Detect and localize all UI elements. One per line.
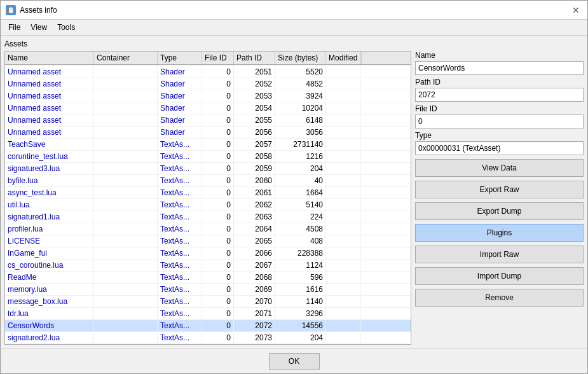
cell-fileid: 0 [202, 65, 234, 66]
export-dump-button[interactable]: Export Dump [415, 202, 584, 220]
cell-container [94, 211, 158, 223]
cell-size: 3924 [275, 90, 326, 102]
cell-size: 596 [275, 272, 326, 283]
import-raw-button[interactable]: Import Raw [415, 246, 584, 263]
table-row[interactable]: Unnamed asset Shader 0 2053 3924 [5, 90, 411, 102]
cell-name: InGame_fui [5, 247, 94, 259]
cell-modified [326, 187, 361, 198]
cell-type: TextAs... [158, 308, 202, 319]
table-row[interactable]: coruntine_test.lua TextAs... 0 2058 1216 [5, 151, 411, 163]
cell-fileid: 0 [202, 320, 234, 331]
cell-container [94, 247, 158, 259]
cell-pathid: 2072 [234, 320, 275, 331]
cell-name: signatured2.lua [5, 332, 94, 343]
cell-type: Shader [158, 65, 202, 66]
cell-name: TeachSave [5, 139, 94, 150]
ok-button[interactable]: OK [269, 353, 320, 370]
cell-size: 10204 [275, 102, 326, 114]
menu-view[interactable]: View [25, 21, 52, 34]
view-data-button[interactable]: View Data [415, 159, 584, 177]
cell-type: TextAs... [158, 187, 202, 198]
menu-file[interactable]: File [3, 21, 25, 34]
table-row[interactable]: Unnamed asset Shader 0 2051 5520 [5, 66, 411, 78]
cell-container [94, 90, 158, 102]
cell-type: TextAs... [158, 211, 202, 223]
title-bar: 📋 Assets info ✕ [1, 1, 587, 20]
cell-size: 1124 [275, 260, 326, 271]
cell-type: TextAs... [158, 284, 202, 295]
table-row[interactable]: TeachSave TextAs... 0 2057 2731140 [5, 139, 411, 151]
cell-name: util.lua [5, 199, 94, 211]
cell-fileid: 0 [202, 296, 234, 307]
cell-type: TextAs... [158, 272, 202, 283]
cell-name: async_test.lua [5, 187, 94, 198]
table-row[interactable]: cs_coroutine.lua TextAs... 0 2067 1124 [5, 260, 411, 272]
cell-fileid: 0 [202, 90, 234, 102]
cell-modified [326, 151, 361, 162]
table-row[interactable]: tdr.lua TextAs... 0 2071 3296 [5, 308, 411, 320]
table-row[interactable]: memory.lua TextAs... 0 2069 1616 [5, 284, 411, 296]
table-row[interactable]: Unnamed asset Shader 0 2054 10204 [5, 102, 411, 114]
table-row[interactable]: Unnamed asset Shader 0 2052 4852 [5, 78, 411, 90]
plugins-button[interactable]: Plugins [415, 224, 584, 242]
cell-modified [326, 308, 361, 319]
table-row[interactable]: Unnamed asset Shader 0 2056 3056 [5, 127, 411, 139]
cell-type: TextAs... [158, 320, 202, 331]
type-field-input[interactable] [415, 141, 584, 155]
table-row[interactable]: signatured2.lua TextAs... 0 2073 204 [5, 332, 411, 344]
cell-size: 4508 [275, 223, 326, 235]
cell-name: signatured1.lua [5, 211, 94, 223]
cell-name: signatured3.lua [5, 163, 94, 174]
table-row[interactable]: util.lua TextAs... 0 2062 5140 [5, 199, 411, 211]
cell-fileid: 0 [202, 114, 234, 126]
table-row[interactable]: LICENSE TextAs... 0 2065 408 [5, 235, 411, 247]
cell-modified [326, 102, 361, 114]
scrollbar-top [361, 52, 370, 64]
cell-size: 18292 [275, 65, 326, 66]
table-row[interactable]: byfile.lua TextAs... 0 2060 40 [5, 175, 411, 187]
cell-size: 204 [275, 332, 326, 343]
name-field-input[interactable] [415, 61, 584, 75]
import-dump-button[interactable]: Import Dump [415, 267, 584, 285]
cell-size: 6148 [275, 114, 326, 126]
cell-fileid: 0 [202, 187, 234, 198]
pathid-field-input[interactable] [415, 88, 584, 102]
table-row[interactable]: CensorWords TextAs... 0 2072 14556 [5, 320, 411, 332]
export-raw-button[interactable]: Export Raw [415, 181, 584, 198]
table-body[interactable]: Unnamed asset Shader 0 2048 28612 Unname… [5, 65, 411, 344]
remove-button[interactable]: Remove [415, 289, 584, 307]
cell-container [94, 320, 158, 331]
table-row[interactable]: InGame_fui TextAs... 0 2066 228388 [5, 247, 411, 260]
table-row[interactable]: profiler.lua TextAs... 0 2064 4508 [5, 223, 411, 235]
cell-type: Shader [158, 78, 202, 90]
cell-modified [326, 66, 361, 78]
fileid-field-input[interactable] [415, 114, 584, 128]
cell-modified [326, 332, 361, 343]
cell-type: TextAs... [158, 247, 202, 259]
pathid-field-group: Path ID [415, 78, 584, 102]
cell-pathid: 2065 [234, 235, 275, 247]
table-row[interactable]: signatured1.lua TextAs... 0 2063 224 [5, 211, 411, 223]
cell-pathid: 2066 [234, 247, 275, 259]
cell-modified [326, 90, 361, 102]
table-row[interactable]: ReadMe TextAs... 0 2068 596 [5, 272, 411, 284]
assets-section-label: Assets [4, 39, 584, 48]
menu-tools[interactable]: Tools [52, 21, 80, 34]
cell-size: 14556 [275, 320, 326, 331]
cell-fileid: 0 [202, 211, 234, 223]
close-button[interactable]: ✕ [570, 4, 582, 17]
table-row[interactable]: signatured3.lua TextAs... 0 2059 204 [5, 163, 411, 175]
cell-fileid: 0 [202, 127, 234, 138]
col-container: Container [94, 52, 158, 64]
table-row[interactable]: Unnamed asset Shader 0 2055 6148 [5, 114, 411, 127]
cell-fileid: 0 [202, 332, 234, 343]
cell-container [94, 65, 158, 66]
cell-modified [326, 163, 361, 174]
table-row[interactable]: message_box.lua TextAs... 0 2070 1140 [5, 296, 411, 308]
main-content: Name Container Type File ID Path ID Size… [4, 51, 584, 345]
cell-fileid: 0 [202, 247, 234, 259]
col-modified: Modified [326, 52, 361, 64]
cell-name: profiler.lua [5, 223, 94, 235]
table-row[interactable]: async_test.lua TextAs... 0 2061 1664 [5, 187, 411, 199]
cell-type: Shader [158, 66, 202, 78]
